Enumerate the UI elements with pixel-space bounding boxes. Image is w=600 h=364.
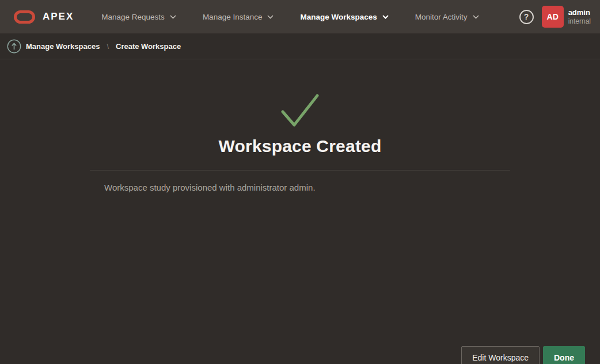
up-arrow-icon[interactable] bbox=[7, 39, 21, 54]
menu-label: Monitor Activity bbox=[415, 13, 468, 21]
menu-manage-instance[interactable]: Manage Instance bbox=[203, 13, 274, 21]
chevron-down-icon bbox=[382, 15, 389, 19]
menu-manage-requests[interactable]: Manage Requests bbox=[101, 13, 176, 21]
edit-workspace-button[interactable]: Edit Workspace bbox=[461, 346, 540, 364]
user-realm: internal bbox=[568, 17, 591, 25]
action-buttons: Edit Workspace Done bbox=[461, 346, 585, 364]
brand-title: APEX bbox=[43, 11, 74, 22]
menu-label: Manage Requests bbox=[101, 13, 165, 21]
breadcrumb-separator: \ bbox=[107, 42, 109, 51]
breadcrumb: Manage Workspaces \ Create Workspace bbox=[0, 33, 600, 59]
menu-label: Manage Instance bbox=[203, 13, 263, 21]
menu-manage-workspaces[interactable]: Manage Workspaces bbox=[300, 13, 388, 21]
breadcrumb-parent[interactable]: Manage Workspaces bbox=[26, 42, 100, 51]
chevron-down-icon bbox=[267, 15, 274, 19]
divider bbox=[90, 170, 510, 170]
user-name: admin bbox=[568, 8, 591, 17]
top-navigation-bar: APEX Manage Requests Manage Instance Man… bbox=[0, 0, 600, 33]
header-utilities: ? AD admin internal bbox=[519, 6, 591, 28]
user-meta: admin internal bbox=[568, 8, 591, 25]
help-icon[interactable]: ? bbox=[519, 10, 534, 24]
user-menu[interactable]: AD admin internal bbox=[542, 6, 591, 28]
page-title: Workspace Created bbox=[0, 136, 600, 156]
avatar: AD bbox=[542, 6, 564, 28]
success-checkmark-icon bbox=[281, 94, 319, 127]
done-button[interactable]: Done bbox=[543, 346, 585, 364]
main-menu: Manage Requests Manage Instance Manage W… bbox=[101, 13, 479, 21]
chevron-down-icon bbox=[170, 15, 176, 19]
chevron-down-icon bbox=[473, 15, 479, 19]
breadcrumb-current: Create Workspace bbox=[116, 42, 181, 51]
success-message: Workspace study provisioned with adminis… bbox=[90, 183, 510, 192]
oracle-logo-icon bbox=[14, 10, 35, 24]
menu-label: Manage Workspaces bbox=[300, 13, 377, 21]
menu-monitor-activity[interactable]: Monitor Activity bbox=[415, 13, 479, 21]
main-content: Workspace Created Workspace study provis… bbox=[0, 94, 600, 364]
